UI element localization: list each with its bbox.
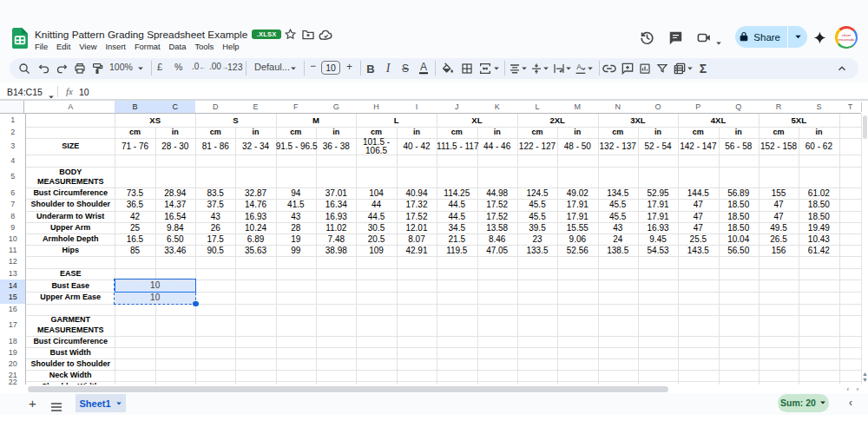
svg-text:A: A [576, 62, 582, 71]
